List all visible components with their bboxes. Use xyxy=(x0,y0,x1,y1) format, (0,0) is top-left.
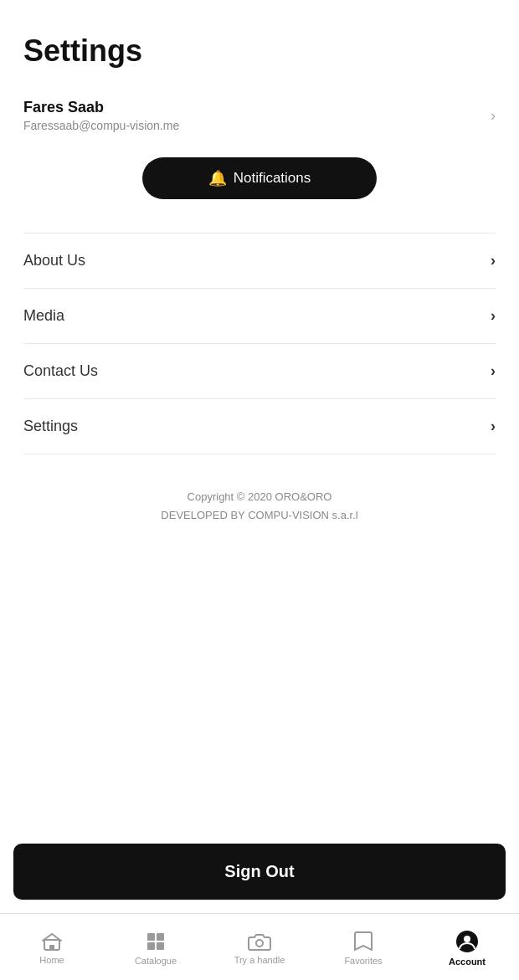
nav-label-catalogue: Catalogue xyxy=(135,956,177,966)
menu-item-contact-us[interactable]: Contact Us › xyxy=(23,344,496,399)
favorites-icon xyxy=(354,931,373,952)
nav-label-account: Account xyxy=(449,957,486,967)
notifications-button-label: Notifications xyxy=(234,170,311,187)
user-name: Fares Saab xyxy=(23,99,179,116)
menu-item-label: Media xyxy=(23,307,64,325)
page-title: Settings xyxy=(23,33,496,69)
user-email: Faressaab@compu-vision.me xyxy=(23,119,179,132)
menu-chevron-icon: › xyxy=(491,362,496,380)
user-profile-chevron-icon: › xyxy=(491,107,496,125)
home-icon xyxy=(41,931,63,952)
menu-chevron-icon: › xyxy=(491,418,496,435)
bell-icon: 🔔 xyxy=(208,169,227,187)
svg-rect-3 xyxy=(147,942,155,950)
notifications-button[interactable]: 🔔 Notifications xyxy=(142,157,377,199)
nav-item-catalogue[interactable]: Catalogue xyxy=(104,931,208,966)
account-icon xyxy=(455,930,479,953)
copyright-section: Copyright © 2020 ORO&ORO DEVELOPED BY CO… xyxy=(23,454,496,541)
menu-item-about-us[interactable]: About Us › xyxy=(23,233,496,289)
menu-item-label: Settings xyxy=(23,418,78,435)
nav-item-favorites[interactable]: Favorites xyxy=(311,931,415,966)
menu-item-settings[interactable]: Settings › xyxy=(23,399,496,454)
page-wrapper: Settings Fares Saab Faressaab@compu-visi… xyxy=(0,0,519,980)
menu-chevron-icon: › xyxy=(491,307,496,325)
nav-item-account[interactable]: Account xyxy=(415,930,519,967)
bottom-nav: Home Catalogue Try a handle Favorites xyxy=(0,913,519,980)
menu-chevron-icon: › xyxy=(491,252,496,269)
main-content: Settings Fares Saab Faressaab@compu-visi… xyxy=(0,0,519,830)
camera-icon xyxy=(248,931,271,952)
nav-label-favorites: Favorites xyxy=(344,956,382,966)
nav-item-home[interactable]: Home xyxy=(0,931,104,965)
nav-item-try-a-handle[interactable]: Try a handle xyxy=(208,931,311,965)
menu-item-label: Contact Us xyxy=(23,362,98,380)
svg-rect-1 xyxy=(147,933,155,941)
svg-point-7 xyxy=(464,936,470,942)
signout-section: Sign Out xyxy=(0,830,519,913)
copyright-line2: DEVELOPED BY COMPU-VISION s.a.r.l xyxy=(40,506,479,525)
copyright-line1: Copyright © 2020 ORO&ORO xyxy=(40,488,479,506)
menu-item-media[interactable]: Media › xyxy=(23,289,496,344)
menu-item-label: About Us xyxy=(23,252,85,269)
user-profile-section[interactable]: Fares Saab Faressaab@compu-vision.me › xyxy=(23,92,496,149)
nav-label-try-a-handle: Try a handle xyxy=(234,955,285,965)
svg-rect-4 xyxy=(157,942,164,950)
svg-point-5 xyxy=(256,940,263,947)
signout-button[interactable]: Sign Out xyxy=(13,844,506,900)
user-info: Fares Saab Faressaab@compu-vision.me xyxy=(23,99,179,132)
svg-rect-0 xyxy=(49,945,54,950)
menu-list: About Us › Media › Contact Us › Settings… xyxy=(23,233,496,454)
catalogue-icon xyxy=(145,931,167,952)
nav-label-home: Home xyxy=(39,955,64,965)
svg-rect-2 xyxy=(157,933,164,941)
